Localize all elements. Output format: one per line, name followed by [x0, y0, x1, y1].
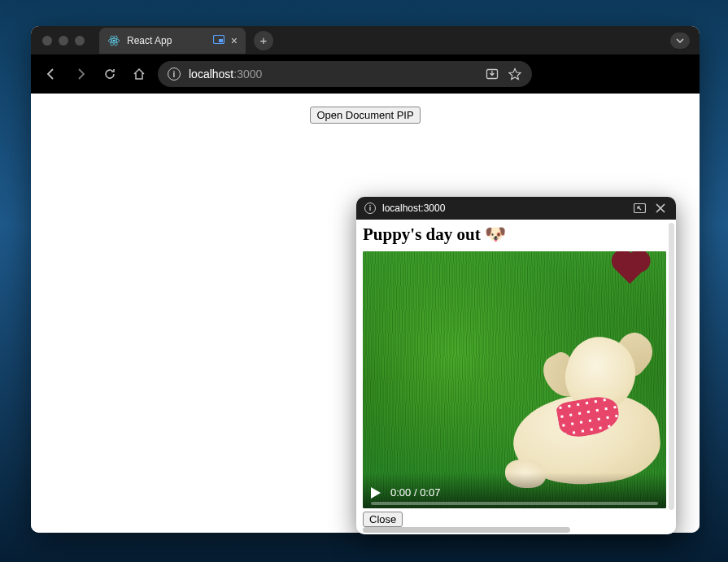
tab-close-button[interactable]: ×: [231, 34, 238, 47]
pip-content-area: Puppy's day out 🐶 0:00 / 0:07: [356, 220, 676, 534]
window-close-button[interactable]: [42, 36, 52, 46]
reload-button[interactable]: [99, 63, 120, 85]
pip-content-close-button[interactable]: Close: [363, 512, 403, 527]
pip-site-info-icon[interactable]: i: [364, 203, 376, 214]
browser-toolbar: i localhost:3000: [31, 54, 700, 94]
svg-point-0: [113, 39, 116, 41]
puppy-graphic: [489, 329, 660, 484]
address-bar[interactable]: i localhost:3000: [158, 61, 532, 87]
tab-title: React App: [127, 35, 207, 46]
browser-tab-active[interactable]: React App ×: [99, 28, 246, 54]
pip-vertical-scrollbar[interactable]: [669, 223, 674, 510]
react-icon: [107, 34, 120, 47]
new-tab-button[interactable]: +: [254, 31, 273, 50]
window-minimize-button[interactable]: [59, 36, 68, 46]
url-port: :3000: [233, 68, 262, 81]
video-player[interactable]: 0:00 / 0:07: [363, 251, 666, 508]
url-host: localhost: [189, 68, 233, 81]
url-display: localhost:3000: [189, 68, 477, 81]
video-time-display: 0:00 / 0:07: [390, 486, 440, 499]
window-maximize-button[interactable]: [75, 36, 85, 46]
home-button[interactable]: [129, 63, 150, 85]
install-app-icon[interactable]: [485, 68, 499, 81]
video-progress-bar[interactable]: [371, 502, 658, 505]
site-info-icon[interactable]: i: [168, 68, 181, 81]
back-button[interactable]: [41, 63, 62, 85]
tab-overflow-button[interactable]: [670, 33, 690, 49]
pip-close-icon[interactable]: [653, 203, 668, 213]
svg-rect-5: [219, 39, 223, 42]
pip-horizontal-scrollbar[interactable]: [363, 527, 570, 533]
pip-window: i localhost:3000 Puppy's day out 🐶: [356, 197, 676, 534]
pip-back-to-tab-icon[interactable]: [632, 203, 647, 214]
video-frame: [363, 251, 666, 508]
bookmark-icon[interactable]: [508, 68, 522, 81]
pip-titlebar[interactable]: i localhost:3000: [356, 197, 676, 220]
pip-content-title: Puppy's day out 🐶: [363, 224, 669, 245]
open-pip-button[interactable]: Open Document PIP: [310, 107, 420, 124]
heart-balloon-graphic: [615, 253, 646, 284]
video-controls: 0:00 / 0:07: [363, 473, 666, 508]
window-controls: [37, 36, 94, 46]
pip-url-display: localhost:3000: [382, 203, 626, 214]
pip-indicator-icon[interactable]: [213, 35, 225, 46]
forward-button[interactable]: [70, 63, 91, 85]
browser-tab-strip: React App × +: [31, 26, 700, 54]
play-button[interactable]: [371, 487, 381, 499]
